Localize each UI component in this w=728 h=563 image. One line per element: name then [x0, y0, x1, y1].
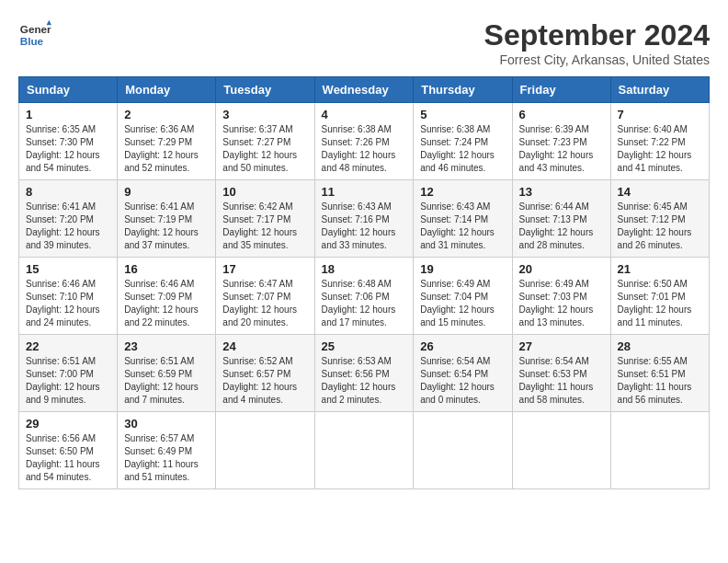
day-number: 14: [618, 185, 702, 199]
calendar-cell: 6Sunrise: 6:39 AMSunset: 7:23 PMDaylight…: [512, 103, 610, 180]
day-number: 22: [26, 339, 110, 353]
day-info: Sunrise: 6:48 AMSunset: 7:06 PMDaylight:…: [322, 278, 407, 329]
calendar-cell: 15Sunrise: 6:46 AMSunset: 7:10 PMDayligh…: [19, 258, 118, 335]
day-number: 3: [222, 108, 307, 121]
day-info: Sunrise: 6:41 AMSunset: 7:20 PMDaylight:…: [26, 201, 110, 252]
calendar-cell: 21Sunrise: 6:50 AMSunset: 7:01 PMDayligh…: [610, 258, 709, 335]
calendar-cell: 30Sunrise: 6:57 AMSunset: 6:49 PMDayligh…: [118, 412, 216, 489]
calendar-cell: 19Sunrise: 6:49 AMSunset: 7:04 PMDayligh…: [414, 258, 512, 335]
calendar-cell: 2Sunrise: 6:36 AMSunset: 7:29 PMDaylight…: [118, 103, 216, 180]
day-number: 16: [124, 262, 209, 276]
calendar-cell: 20Sunrise: 6:49 AMSunset: 7:03 PMDayligh…: [512, 258, 610, 335]
day-number: 2: [124, 108, 209, 121]
calendar-cell: 10Sunrise: 6:42 AMSunset: 7:17 PMDayligh…: [216, 180, 314, 258]
day-info: Sunrise: 6:54 AMSunset: 6:54 PMDaylight:…: [420, 355, 505, 407]
logo-icon: General Blue: [18, 18, 51, 52]
calendar-cell: 24Sunrise: 6:52 AMSunset: 6:57 PMDayligh…: [216, 335, 314, 412]
calendar-cell: 11Sunrise: 6:43 AMSunset: 7:16 PMDayligh…: [314, 180, 414, 258]
calendar-cell: [512, 412, 610, 489]
day-info: Sunrise: 6:38 AMSunset: 7:26 PMDaylight:…: [322, 123, 407, 175]
week-row: 1Sunrise: 6:35 AMSunset: 7:30 PMDaylight…: [19, 103, 710, 180]
day-info: Sunrise: 6:54 AMSunset: 6:53 PMDaylight:…: [519, 355, 604, 407]
calendar-cell: [414, 412, 512, 489]
calendar-cell: 8Sunrise: 6:41 AMSunset: 7:20 PMDaylight…: [19, 180, 118, 258]
calendar-cell: [314, 412, 414, 489]
day-number: 23: [124, 339, 209, 353]
day-info: Sunrise: 6:35 AMSunset: 7:30 PMDaylight:…: [26, 123, 110, 175]
day-number: 10: [222, 185, 307, 199]
day-info: Sunrise: 6:49 AMSunset: 7:03 PMDaylight:…: [519, 278, 604, 329]
week-row: 15Sunrise: 6:46 AMSunset: 7:10 PMDayligh…: [19, 258, 710, 335]
day-number: 12: [420, 185, 505, 199]
day-number: 30: [124, 417, 209, 431]
calendar-cell: 18Sunrise: 6:48 AMSunset: 7:06 PMDayligh…: [314, 258, 414, 335]
day-info: Sunrise: 6:56 AMSunset: 6:50 PMDaylight:…: [26, 432, 110, 484]
day-info: Sunrise: 6:46 AMSunset: 7:10 PMDaylight:…: [26, 278, 110, 329]
calendar-cell: [216, 412, 314, 489]
day-info: Sunrise: 6:45 AMSunset: 7:12 PMDaylight:…: [618, 201, 702, 252]
day-number: 6: [519, 108, 604, 121]
calendar-cell: 7Sunrise: 6:40 AMSunset: 7:22 PMDaylight…: [610, 103, 709, 180]
day-number: 27: [519, 339, 604, 353]
week-row: 29Sunrise: 6:56 AMSunset: 6:50 PMDayligh…: [19, 412, 710, 489]
day-number: 28: [618, 339, 702, 353]
day-info: Sunrise: 6:44 AMSunset: 7:13 PMDaylight:…: [519, 201, 604, 252]
day-number: 13: [519, 185, 604, 199]
calendar-cell: 1Sunrise: 6:35 AMSunset: 7:30 PMDaylight…: [19, 103, 118, 180]
calendar-cell: 3Sunrise: 6:37 AMSunset: 7:27 PMDaylight…: [216, 103, 314, 180]
day-info: Sunrise: 6:47 AMSunset: 7:07 PMDaylight:…: [222, 278, 307, 329]
day-header-saturday: Saturday: [610, 77, 709, 103]
day-number: 5: [420, 108, 505, 121]
day-info: Sunrise: 6:38 AMSunset: 7:24 PMDaylight:…: [420, 123, 505, 175]
day-info: Sunrise: 6:42 AMSunset: 7:17 PMDaylight:…: [222, 201, 307, 252]
day-info: Sunrise: 6:57 AMSunset: 6:49 PMDaylight:…: [124, 432, 209, 484]
day-info: Sunrise: 6:49 AMSunset: 7:04 PMDaylight:…: [420, 278, 505, 329]
calendar-cell: 5Sunrise: 6:38 AMSunset: 7:24 PMDaylight…: [414, 103, 512, 180]
calendar-cell: 17Sunrise: 6:47 AMSunset: 7:07 PMDayligh…: [216, 258, 314, 335]
day-number: 1: [26, 108, 110, 121]
day-info: Sunrise: 6:53 AMSunset: 6:56 PMDaylight:…: [322, 355, 407, 407]
day-number: 24: [222, 339, 307, 353]
day-header-friday: Friday: [512, 77, 610, 103]
title-area: September 2024 Forrest City, Arkansas, U…: [484, 18, 710, 67]
calendar-cell: 4Sunrise: 6:38 AMSunset: 7:26 PMDaylight…: [314, 103, 414, 180]
day-number: 7: [618, 108, 702, 121]
day-number: 4: [322, 108, 407, 121]
calendar-cell: 23Sunrise: 6:51 AMSunset: 6:59 PMDayligh…: [118, 335, 216, 412]
calendar-cell: 14Sunrise: 6:45 AMSunset: 7:12 PMDayligh…: [610, 180, 709, 258]
calendar-cell: 27Sunrise: 6:54 AMSunset: 6:53 PMDayligh…: [512, 335, 610, 412]
svg-text:Blue: Blue: [20, 35, 44, 47]
day-info: Sunrise: 6:50 AMSunset: 7:01 PMDaylight:…: [618, 278, 702, 329]
day-header-thursday: Thursday: [414, 77, 512, 103]
day-info: Sunrise: 6:52 AMSunset: 6:57 PMDaylight:…: [222, 355, 307, 407]
day-header-tuesday: Tuesday: [216, 77, 314, 103]
calendar-cell: 16Sunrise: 6:46 AMSunset: 7:09 PMDayligh…: [118, 258, 216, 335]
day-info: Sunrise: 6:40 AMSunset: 7:22 PMDaylight:…: [618, 123, 702, 175]
header: General Blue September 2024 Forrest City…: [18, 18, 710, 67]
calendar-cell: 22Sunrise: 6:51 AMSunset: 7:00 PMDayligh…: [19, 335, 118, 412]
day-info: Sunrise: 6:51 AMSunset: 7:00 PMDaylight:…: [26, 355, 110, 407]
week-row: 8Sunrise: 6:41 AMSunset: 7:20 PMDaylight…: [19, 180, 710, 258]
day-header-monday: Monday: [118, 77, 216, 103]
day-info: Sunrise: 6:39 AMSunset: 7:23 PMDaylight:…: [519, 123, 604, 175]
calendar-cell: 26Sunrise: 6:54 AMSunset: 6:54 PMDayligh…: [414, 335, 512, 412]
day-info: Sunrise: 6:55 AMSunset: 6:51 PMDaylight:…: [618, 355, 702, 407]
calendar-cell: 9Sunrise: 6:41 AMSunset: 7:19 PMDaylight…: [118, 180, 216, 258]
calendar-cell: 29Sunrise: 6:56 AMSunset: 6:50 PMDayligh…: [19, 412, 118, 489]
month-title: September 2024: [484, 18, 710, 52]
day-number: 20: [519, 262, 604, 276]
week-row: 22Sunrise: 6:51 AMSunset: 7:00 PMDayligh…: [19, 335, 710, 412]
day-number: 8: [26, 185, 110, 199]
day-number: 19: [420, 262, 505, 276]
day-number: 29: [26, 417, 110, 431]
day-header-wednesday: Wednesday: [314, 77, 414, 103]
calendar-cell: 28Sunrise: 6:55 AMSunset: 6:51 PMDayligh…: [610, 335, 709, 412]
day-info: Sunrise: 6:43 AMSunset: 7:16 PMDaylight:…: [322, 201, 407, 252]
logo: General Blue: [18, 18, 51, 52]
day-number: 15: [26, 262, 110, 276]
day-number: 9: [124, 185, 209, 199]
calendar-cell: [610, 412, 709, 489]
day-info: Sunrise: 6:37 AMSunset: 7:27 PMDaylight:…: [222, 123, 307, 175]
day-info: Sunrise: 6:36 AMSunset: 7:29 PMDaylight:…: [124, 123, 209, 175]
calendar-cell: 25Sunrise: 6:53 AMSunset: 6:56 PMDayligh…: [314, 335, 414, 412]
